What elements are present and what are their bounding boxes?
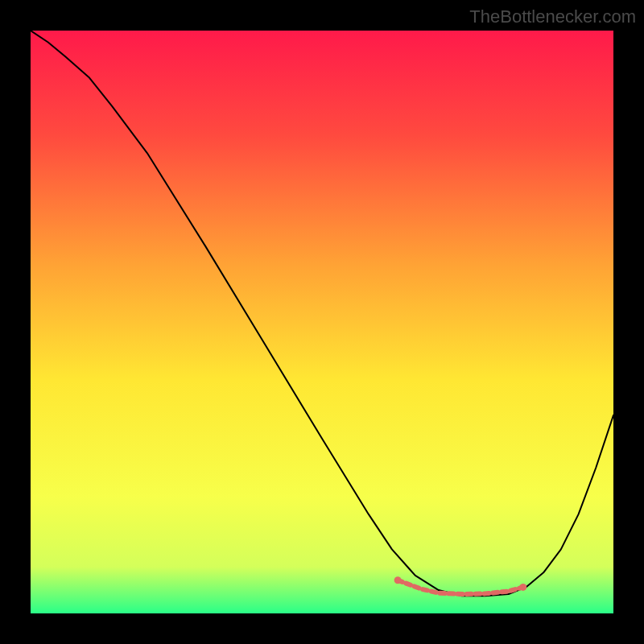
- flat-zone-endcap: [394, 576, 402, 584]
- flat-zone-marker: [398, 580, 523, 594]
- watermark-text: TheBottlenecker.com: [469, 6, 636, 27]
- plot-area: [31, 31, 613, 613]
- flat-zone-endcap: [519, 584, 526, 591]
- curve-layer: [31, 31, 613, 613]
- bottleneck-curve: [31, 31, 613, 596]
